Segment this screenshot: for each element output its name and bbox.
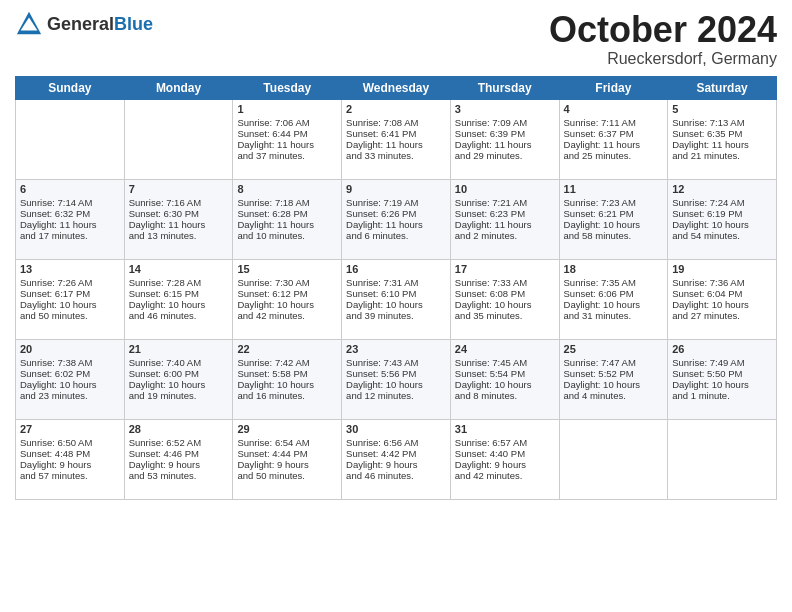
day-number: 7 [129,183,229,195]
day-info-line: Sunrise: 7:08 AM [346,117,446,128]
table-row: 5Sunrise: 7:13 AMSunset: 6:35 PMDaylight… [668,99,777,179]
day-info-line: Sunset: 6:04 PM [672,288,772,299]
day-info-line: Sunrise: 7:14 AM [20,197,120,208]
table-row: 11Sunrise: 7:23 AMSunset: 6:21 PMDayligh… [559,179,668,259]
day-info-line: Daylight: 11 hours [455,219,555,230]
col-thursday: Thursday [450,76,559,99]
col-friday: Friday [559,76,668,99]
day-info-line: Daylight: 11 hours [237,219,337,230]
day-number: 29 [237,423,337,435]
day-info-line: Sunset: 6:21 PM [564,208,664,219]
day-info-line: Sunset: 6:19 PM [672,208,772,219]
table-row: 16Sunrise: 7:31 AMSunset: 6:10 PMDayligh… [342,259,451,339]
day-info-line: and 17 minutes. [20,230,120,241]
day-info-line: Daylight: 10 hours [564,299,664,310]
day-info-line: and 53 minutes. [129,470,229,481]
table-row [668,419,777,499]
day-info-line: Daylight: 10 hours [672,299,772,310]
table-row: 25Sunrise: 7:47 AMSunset: 5:52 PMDayligh… [559,339,668,419]
logo-icon [15,10,43,38]
day-info-line: Sunrise: 6:50 AM [20,437,120,448]
table-row: 13Sunrise: 7:26 AMSunset: 6:17 PMDayligh… [16,259,125,339]
day-info-line: Sunrise: 7:11 AM [564,117,664,128]
day-info-line: Daylight: 11 hours [237,139,337,150]
day-info-line: Sunset: 5:56 PM [346,368,446,379]
table-row: 18Sunrise: 7:35 AMSunset: 6:06 PMDayligh… [559,259,668,339]
day-info-line: Daylight: 11 hours [455,139,555,150]
table-row: 19Sunrise: 7:36 AMSunset: 6:04 PMDayligh… [668,259,777,339]
day-info-line: Sunrise: 6:56 AM [346,437,446,448]
day-info-line: Sunrise: 6:57 AM [455,437,555,448]
day-info-line: and 29 minutes. [455,150,555,161]
day-info-line: Sunset: 6:37 PM [564,128,664,139]
day-info-line: Daylight: 10 hours [129,299,229,310]
day-number: 21 [129,343,229,355]
table-row: 4Sunrise: 7:11 AMSunset: 6:37 PMDaylight… [559,99,668,179]
day-info-line: Sunrise: 7:30 AM [237,277,337,288]
calendar-week-row: 27Sunrise: 6:50 AMSunset: 4:48 PMDayligh… [16,419,777,499]
col-monday: Monday [124,76,233,99]
header-row: GeneralBlue October 2024 Rueckersdorf, G… [15,10,777,68]
table-row: 7Sunrise: 7:16 AMSunset: 6:30 PMDaylight… [124,179,233,259]
day-info-line: and 23 minutes. [20,390,120,401]
col-sunday: Sunday [16,76,125,99]
day-info-line: Sunrise: 6:52 AM [129,437,229,448]
day-info-line: Sunset: 6:17 PM [20,288,120,299]
day-info-line: and 6 minutes. [346,230,446,241]
day-info-line: Sunrise: 7:23 AM [564,197,664,208]
day-number: 11 [564,183,664,195]
logo-general: General [47,14,114,34]
day-info-line: Daylight: 10 hours [346,299,446,310]
calendar-week-row: 6Sunrise: 7:14 AMSunset: 6:32 PMDaylight… [16,179,777,259]
table-row: 3Sunrise: 7:09 AMSunset: 6:39 PMDaylight… [450,99,559,179]
logo: GeneralBlue [15,10,153,38]
day-info-line: Daylight: 9 hours [237,459,337,470]
table-row: 2Sunrise: 7:08 AMSunset: 6:41 PMDaylight… [342,99,451,179]
day-info-line: Sunset: 6:32 PM [20,208,120,219]
table-row: 29Sunrise: 6:54 AMSunset: 4:44 PMDayligh… [233,419,342,499]
day-number: 30 [346,423,446,435]
day-number: 8 [237,183,337,195]
day-info-line: Sunset: 5:54 PM [455,368,555,379]
day-info-line: Sunrise: 7:35 AM [564,277,664,288]
day-info-line: Sunset: 6:08 PM [455,288,555,299]
day-info-line: Sunrise: 7:28 AM [129,277,229,288]
day-info-line: and 39 minutes. [346,310,446,321]
table-row: 12Sunrise: 7:24 AMSunset: 6:19 PMDayligh… [668,179,777,259]
day-number: 4 [564,103,664,115]
table-row: 17Sunrise: 7:33 AMSunset: 6:08 PMDayligh… [450,259,559,339]
table-row: 6Sunrise: 7:14 AMSunset: 6:32 PMDaylight… [16,179,125,259]
calendar-week-row: 13Sunrise: 7:26 AMSunset: 6:17 PMDayligh… [16,259,777,339]
day-info-line: Daylight: 10 hours [564,379,664,390]
day-info-line: Daylight: 10 hours [237,379,337,390]
day-info-line: and 25 minutes. [564,150,664,161]
day-number: 13 [20,263,120,275]
day-info-line: Daylight: 10 hours [672,379,772,390]
day-info-line: Sunset: 6:00 PM [129,368,229,379]
day-info-line: and 50 minutes. [20,310,120,321]
day-number: 5 [672,103,772,115]
day-number: 31 [455,423,555,435]
col-wednesday: Wednesday [342,76,451,99]
day-number: 2 [346,103,446,115]
day-info-line: Sunset: 6:28 PM [237,208,337,219]
day-number: 18 [564,263,664,275]
day-info-line: Sunrise: 7:49 AM [672,357,772,368]
day-info-line: Daylight: 11 hours [672,139,772,150]
day-info-line: Daylight: 11 hours [346,219,446,230]
logo-blue: Blue [114,14,153,34]
day-info-line: and 35 minutes. [455,310,555,321]
day-info-line: Daylight: 10 hours [20,299,120,310]
table-row [16,99,125,179]
day-info-line: Daylight: 11 hours [564,139,664,150]
day-info-line: and 13 minutes. [129,230,229,241]
day-info-line: Sunset: 6:39 PM [455,128,555,139]
day-info-line: Daylight: 10 hours [455,299,555,310]
day-info-line: and 8 minutes. [455,390,555,401]
day-info-line: Sunset: 6:26 PM [346,208,446,219]
day-info-line: Sunrise: 7:43 AM [346,357,446,368]
month-title: October 2024 [549,10,777,50]
day-info-line: Sunrise: 7:47 AM [564,357,664,368]
table-row: 14Sunrise: 7:28 AMSunset: 6:15 PMDayligh… [124,259,233,339]
day-info-line: Sunset: 6:41 PM [346,128,446,139]
